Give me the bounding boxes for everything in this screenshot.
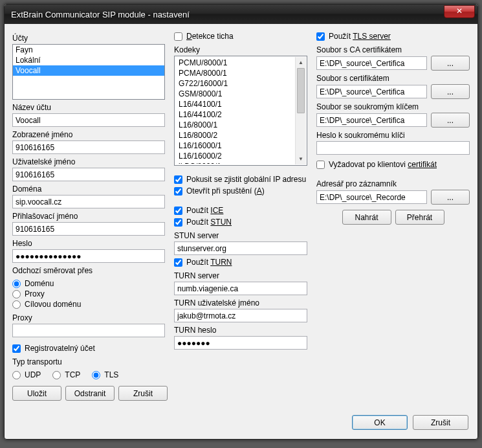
use-tls-server-checkbox[interactable]: Použít TLS server (316, 32, 470, 41)
scroll-thumb[interactable] (297, 68, 305, 113)
open-on-start-checkbox[interactable]: Otevřít při spuštění (A) (174, 186, 307, 196)
proxy-input[interactable] (12, 324, 165, 337)
key-pass-label: Heslo k soukromému klíči (316, 131, 470, 140)
codec-item[interactable]: GSM/8000/1 (175, 89, 307, 99)
cert-file-browse-button[interactable]: ... (431, 84, 470, 99)
transport-tcp-radio[interactable]: TCP (52, 370, 80, 379)
ok-button[interactable]: OK (352, 415, 408, 430)
titlebar: ExtBrain Communicator SIP module - nasta… (5, 5, 477, 24)
cancel-account-button[interactable]: Zrušit (118, 386, 168, 401)
silence-detect-checkbox[interactable]: Detekce ticha (174, 32, 307, 41)
domain-label: Doména (12, 185, 165, 194)
domain-input[interactable] (12, 195, 165, 208)
codecs-label: Kodeky (174, 45, 307, 54)
scroll-down-icon[interactable]: ▼ (296, 153, 306, 164)
transport-udp-radio[interactable]: UDP (12, 370, 41, 379)
codec-item[interactable]: L16/8000/1 (175, 120, 307, 130)
user-name-label: Uživatelské jméno (12, 157, 165, 166)
codec-item[interactable]: PCMU/8000/1 (175, 58, 307, 68)
ca-file-input[interactable] (316, 56, 427, 70)
turn-pass-input[interactable] (174, 336, 307, 350)
display-name-label: Zobrazené jméno (12, 130, 165, 139)
codec-item[interactable]: iLBC/8000/1 (175, 161, 307, 164)
codec-scrollbar[interactable]: ▲ ▼ (295, 57, 306, 164)
turn-pass-label: TURN heslo (174, 326, 307, 335)
codec-item[interactable]: PCMA/8000/1 (175, 68, 307, 78)
try-global-ip-checkbox[interactable]: Pokusit se zjistit globální IP adresu (174, 175, 307, 184)
account-name-label: Název účtu (12, 103, 165, 112)
ca-file-label: Soubor s CA certifikátem (316, 45, 470, 54)
turn-user-input[interactable] (174, 309, 307, 322)
key-file-label: Soubor se soukromým klíčem (316, 102, 470, 111)
codecs-list[interactable]: PCMU/8000/1PCMA/8000/1G722/16000/1GSM/80… (174, 56, 307, 166)
codec-item[interactable]: L16/8000/2 (175, 130, 307, 140)
use-stun-checkbox[interactable]: Použít STUN (174, 218, 307, 227)
cancel-button[interactable]: Zrušit (413, 415, 468, 430)
window-title: ExtBrain Communicator SIP module - nasta… (11, 10, 444, 19)
stun-server-label: STUN server (174, 231, 307, 240)
registerable-checkbox[interactable]: Registrovatelný účet (12, 344, 165, 353)
user-name-input[interactable] (12, 168, 165, 181)
close-button[interactable]: ✕ (444, 5, 475, 18)
use-turn-checkbox[interactable]: Použít TURN (174, 258, 307, 267)
codec-item[interactable]: L16/44100/2 (175, 109, 307, 120)
save-button[interactable]: Uložit (12, 386, 61, 401)
stun-server-input[interactable] (174, 241, 307, 255)
record-button[interactable]: Nahrát (342, 210, 391, 225)
proxy-label: Proxy (12, 313, 165, 322)
codec-item[interactable]: G722/16000/1 (175, 78, 307, 89)
transport-tls-radio[interactable]: TLS (92, 370, 118, 379)
login-name-input[interactable] (12, 222, 165, 236)
turn-user-label: TURN uživatelské jméno (174, 298, 307, 308)
login-name-label: Přihlašovací jméno (12, 212, 165, 221)
password-input[interactable] (12, 249, 165, 263)
settings-window: ExtBrain Communicator SIP module - nasta… (4, 4, 478, 440)
account-item[interactable]: Voocall (13, 65, 164, 76)
accounts-label: Účty (12, 34, 165, 43)
display-name-input[interactable] (12, 140, 165, 154)
turn-server-label: TURN server (174, 271, 307, 280)
accounts-list[interactable]: FaynLokálníVoocall (12, 44, 165, 100)
use-ice-checkbox[interactable]: Použít ICE (174, 206, 307, 215)
account-name-input[interactable] (12, 113, 165, 127)
route-via-label: Odchozí směrovat přes (12, 266, 165, 275)
require-client-cert-checkbox[interactable]: Vyžadovat po klientovi certifikát (316, 160, 470, 169)
account-item[interactable]: Fayn (13, 45, 164, 55)
route-proxy-radio[interactable]: Proxy (12, 289, 165, 298)
account-item[interactable]: Lokální (13, 55, 164, 65)
rec-dir-input[interactable] (316, 190, 427, 204)
codec-item[interactable]: L16/44100/1 (175, 99, 307, 109)
scroll-up-icon[interactable]: ▲ (296, 57, 306, 68)
route-target-domain-radio[interactable]: Cílovou doménu (12, 300, 165, 309)
rec-dir-browse-button[interactable]: ... (431, 190, 470, 205)
delete-button[interactable]: Odstranit (65, 386, 115, 401)
cert-file-input[interactable] (316, 85, 427, 98)
codec-item[interactable]: L16/16000/2 (175, 151, 307, 161)
key-file-input[interactable] (316, 113, 427, 127)
key-pass-input[interactable] (316, 141, 470, 155)
turn-server-input[interactable] (174, 282, 307, 295)
cert-file-label: Soubor s certifikátem (316, 74, 470, 83)
codec-item[interactable]: L16/16000/1 (175, 140, 307, 151)
password-label: Heslo (12, 239, 165, 248)
route-domain-radio[interactable]: Doménu (12, 279, 165, 288)
transport-label: Typ transportu (12, 357, 165, 366)
key-file-browse-button[interactable]: ... (431, 113, 470, 128)
play-button[interactable]: Přehrát (395, 210, 444, 225)
ca-file-browse-button[interactable]: ... (431, 56, 470, 71)
rec-dir-label: Adresář pro záznamník (316, 179, 470, 188)
